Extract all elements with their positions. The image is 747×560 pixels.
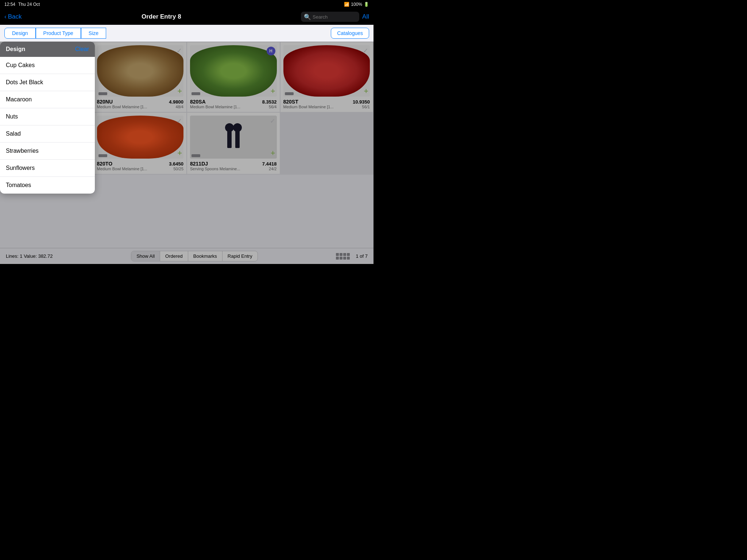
tab-design[interactable]: Design [4, 28, 36, 39]
dropdown-item-strawberries[interactable]: Strawberries [0, 143, 95, 160]
dropdown-item-salad[interactable]: Salad [0, 125, 95, 143]
filter-row: Design Product Type Size Catalogues [0, 25, 374, 42]
catalogues-button[interactable]: Catalogues [331, 28, 369, 39]
back-button[interactable]: ‹ Back [4, 13, 22, 20]
search-box[interactable]: 🔍 [301, 12, 359, 22]
back-chevron-icon: ‹ [4, 13, 7, 20]
page-title: Order Entry 8 [142, 13, 181, 20]
back-label: Back [8, 13, 22, 20]
battery-display: 100% [351, 2, 362, 7]
dropdown-item-macaroon[interactable]: Macaroon [0, 91, 95, 108]
tab-product-type[interactable]: Product Type [36, 28, 81, 39]
dropdown-list: Cup Cakes Dots Jet Black Macaroon Nuts S… [0, 57, 95, 194]
dropdown-item-sunflowers[interactable]: Sunflowers [0, 160, 95, 177]
dropdown-item-cupcakes[interactable]: Cup Cakes [0, 57, 95, 74]
date-display: Thu 24 Oct [18, 2, 40, 7]
dropdown-header: Design Clear [0, 42, 95, 57]
battery-icon: 🔋 [364, 2, 369, 7]
design-dropdown: Design Clear Cup Cakes Dots Jet Black Ma… [0, 42, 95, 194]
nav-right: 🔍 All [301, 12, 369, 22]
tab-size[interactable]: Size [81, 28, 106, 39]
search-icon: 🔍 [304, 13, 311, 20]
nav-bar: ‹ Back Order Entry 8 🔍 All [0, 9, 374, 25]
dropdown-item-dotsjetblack[interactable]: Dots Jet Black [0, 74, 95, 91]
all-button[interactable]: All [362, 13, 369, 20]
dropdown-clear-button[interactable]: Clear [75, 46, 89, 52]
search-input[interactable] [313, 14, 356, 20]
dropdown-item-nuts[interactable]: Nuts [0, 108, 95, 125]
time-display: 12:54 [4, 2, 15, 7]
status-bar: 12:54 Thu 24 Oct 📶 100% 🔋 [0, 0, 374, 9]
dropdown-item-tomatoes[interactable]: Tomatoes [0, 177, 95, 194]
dropdown-title: Design [6, 46, 25, 52]
wifi-icon: 📶 [344, 2, 349, 7]
main-content: Ctns Price: 6.8343 Value: 382.72 ✓ + 8 6… [0, 42, 374, 264]
